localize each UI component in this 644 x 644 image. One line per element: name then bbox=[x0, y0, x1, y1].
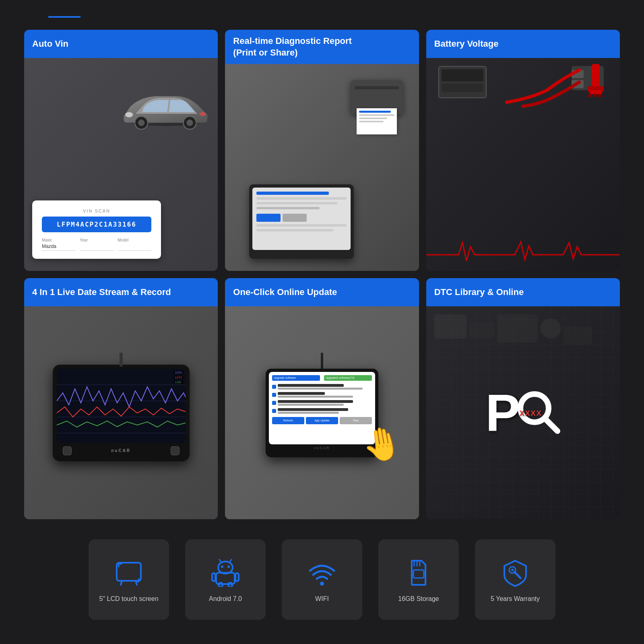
item-2-name bbox=[278, 392, 325, 395]
svg-rect-10 bbox=[588, 94, 592, 97]
checkbox-1 bbox=[272, 385, 276, 389]
update-item-1 bbox=[272, 384, 372, 390]
vin-model-label: Model bbox=[118, 238, 151, 242]
device-btn-right bbox=[171, 446, 180, 455]
vin-year-label: Year bbox=[80, 238, 114, 242]
checkbox-4 bbox=[272, 409, 276, 413]
auto-vin-image: VIN SCAN LFPM4ACP2C1A33166 Make Mazda Ye… bbox=[24, 58, 218, 271]
wifi-icon-card: WIFI bbox=[282, 539, 362, 620]
btn-refresh-label: Refresh bbox=[283, 419, 293, 422]
warranty-label: 5 Years Warranty bbox=[491, 595, 540, 603]
online-update-image: Upgrade software Upgraded software(73) bbox=[225, 306, 419, 519]
upgraded-label: Upgraded software(73) bbox=[326, 376, 355, 379]
item-2-text bbox=[278, 392, 372, 398]
svg-rect-7 bbox=[592, 64, 600, 88]
svg-rect-27 bbox=[216, 573, 235, 584]
lcd-icon-symbol bbox=[113, 557, 145, 589]
battery-voltage-card: Battery Voltage bbox=[426, 30, 620, 271]
svg-rect-28 bbox=[212, 573, 215, 581]
update-device-screen: Upgrade software Upgraded software(73) bbox=[269, 372, 375, 444]
screen-line-3 bbox=[256, 202, 338, 204]
upgrade-label: Upgrade software bbox=[274, 376, 296, 379]
svg-line-38 bbox=[514, 572, 520, 578]
item-1-text bbox=[278, 384, 372, 390]
checkbox-3 bbox=[272, 401, 276, 405]
paper-line-3 bbox=[359, 118, 387, 119]
vin-model-field: Model bbox=[118, 238, 151, 251]
printer-paper bbox=[357, 108, 397, 134]
storage-icon-card: 16GB Storage bbox=[378, 539, 459, 620]
battery-voltage-label: Battery Voltage bbox=[426, 30, 620, 58]
btn-stop[interactable]: Stop bbox=[340, 417, 372, 424]
item-2-detail bbox=[278, 396, 353, 398]
svg-point-4 bbox=[186, 120, 193, 126]
stream-label-2: 13.8V bbox=[173, 376, 183, 379]
dtc-library-image: P XXXX bbox=[426, 306, 620, 519]
item-3-text bbox=[278, 400, 372, 406]
lcd-icon bbox=[115, 559, 143, 587]
warranty-icon bbox=[501, 559, 529, 587]
btn-refresh[interactable]: Refresh bbox=[272, 417, 304, 424]
stream-device-bottom: nuCAR bbox=[57, 443, 186, 455]
update-item-3 bbox=[272, 400, 372, 406]
item-1-name bbox=[278, 384, 344, 387]
laptop bbox=[249, 184, 354, 259]
item-4-name bbox=[278, 408, 349, 411]
diag-content bbox=[225, 64, 419, 271]
online-update-card: One-Click Online Update bbox=[225, 278, 419, 519]
svg-line-18 bbox=[545, 418, 557, 431]
screen-line-2 bbox=[256, 197, 347, 200]
top-accent-line bbox=[48, 16, 80, 18]
screen-line-1 bbox=[256, 192, 328, 195]
update-device-bottom: nuCAR bbox=[269, 444, 375, 450]
dtc-symbol-container: P XXXX bbox=[426, 306, 620, 519]
printer-body bbox=[351, 80, 403, 114]
btn-app-update[interactable]: App Update bbox=[306, 417, 338, 424]
dtc-library-card: DTC Library & Online P bbox=[426, 278, 620, 519]
laptop-body bbox=[249, 184, 354, 259]
btn-stop-label: Stop bbox=[353, 419, 359, 422]
vin-scanner-box: VIN SCAN LFPM4ACP2C1A33166 Make Mazda Ye… bbox=[32, 200, 161, 259]
storage-icon-symbol bbox=[402, 557, 435, 589]
bottom-icons-row: 5" LCD touch screen bbox=[24, 531, 620, 628]
update-cable bbox=[321, 353, 323, 371]
dtc-library-label: DTC Library & Online bbox=[426, 278, 620, 306]
svg-point-22 bbox=[218, 561, 233, 574]
svg-point-5 bbox=[125, 112, 133, 118]
svg-point-32 bbox=[320, 582, 324, 586]
lcd-label: 5" LCD touch screen bbox=[99, 595, 158, 603]
svg-rect-29 bbox=[235, 573, 239, 581]
svg-rect-36 bbox=[413, 570, 424, 578]
screen-line-4 bbox=[256, 207, 320, 209]
stream-labels-right: 100% 13.8V 1200 bbox=[173, 371, 183, 384]
battery-voltage-image bbox=[426, 58, 620, 271]
item-3-name bbox=[278, 400, 353, 403]
svg-rect-12 bbox=[598, 94, 601, 97]
update-screen-header: Upgrade software Upgraded software(73) bbox=[272, 375, 372, 381]
vin-make-value: Mazda bbox=[42, 244, 76, 251]
usb-cable bbox=[120, 353, 123, 367]
screen-line-6 bbox=[256, 229, 333, 231]
svg-rect-9 bbox=[590, 90, 602, 94]
item-3-detail bbox=[278, 404, 344, 406]
wifi-label: WIFI bbox=[315, 595, 329, 603]
dtc-search-icon-container: XXXX bbox=[516, 390, 561, 436]
device-btn-left bbox=[63, 446, 72, 455]
hand-emoji: 🤚 bbox=[359, 422, 406, 466]
item-4-detail bbox=[278, 412, 339, 414]
update-cable-body bbox=[321, 353, 323, 371]
android-label: Android 7.0 bbox=[209, 595, 242, 603]
svg-line-25 bbox=[219, 559, 221, 562]
checkbox-2 bbox=[272, 393, 276, 397]
paper-line-1 bbox=[359, 111, 391, 113]
stream-device-screen: 100% 13.8V 1200 bbox=[57, 369, 186, 443]
svg-point-24 bbox=[227, 566, 230, 568]
vin-model-value bbox=[118, 244, 151, 251]
stream-label-1: 100% bbox=[173, 371, 183, 374]
device-brand-text: nuCAR bbox=[111, 448, 131, 453]
svg-point-2 bbox=[138, 120, 144, 126]
update-action-buttons: Refresh App Update Stop bbox=[272, 417, 372, 424]
diagnostic-report-card: Real-time Diagnostic Report (Print or Sh… bbox=[225, 30, 419, 271]
update-header-upgraded: Upgraded software(73) bbox=[324, 375, 372, 381]
storage-label: 16GB Storage bbox=[398, 595, 439, 603]
